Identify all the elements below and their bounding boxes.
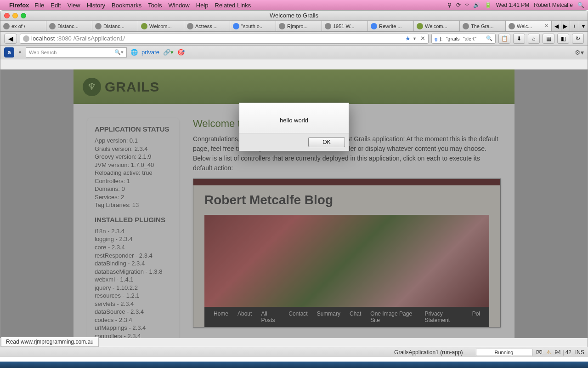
tab-label: Welc...: [517, 23, 532, 29]
url-port: :8080: [57, 35, 72, 42]
tab-label: "south o...: [241, 23, 264, 29]
tab-label: Rewrite ...: [379, 23, 402, 29]
search-bar[interactable]: g }:" "grails" "alert" 🔍: [431, 34, 496, 44]
menu-view[interactable]: View: [68, 2, 80, 9]
tab-scroll-right[interactable]: ▶: [561, 21, 570, 31]
menu-bookmarks[interactable]: Bookmarks: [112, 2, 141, 9]
ide-state: Running: [476, 349, 532, 356]
web-search-input[interactable]: Web Search 🔍▾: [26, 47, 127, 58]
menu-window[interactable]: Window: [169, 2, 190, 9]
link-hover-status: Read www.rjmprogramming.com.au: [1, 337, 99, 347]
wifi-icon[interactable]: ⌔: [465, 2, 469, 8]
cursor-position: 94 | 42: [555, 349, 571, 356]
tab-label: Distanc...: [103, 23, 124, 29]
spotlight-icon[interactable]: 🔍: [577, 2, 584, 8]
link-icon[interactable]: 🔗▾: [163, 49, 174, 56]
browser-tab[interactable]: Welcom...: [138, 21, 184, 31]
alert-message: hello world: [239, 103, 349, 133]
browser-tab[interactable]: Rewrite ...: [368, 21, 414, 31]
alert-ok-button[interactable]: OK: [308, 137, 345, 147]
minimize-icon[interactable]: [12, 13, 18, 18]
favicon-icon: [141, 23, 147, 29]
browser-tab[interactable]: ex of /: [0, 21, 46, 31]
menu-help[interactable]: Help: [196, 2, 209, 9]
home-button[interactable]: ⌂: [528, 34, 540, 44]
traffic-lights: [4, 13, 26, 18]
bookmark-button[interactable]: 📋: [498, 34, 510, 44]
url-toolbar: ◀ localhost:8080/GrailsApplication1/ ★ ▼…: [0, 32, 588, 46]
globe-icon[interactable]: 🌐: [130, 49, 138, 56]
search-icon[interactable]: 🔍▾: [114, 49, 124, 55]
refresh-button[interactable]: ↻: [572, 34, 584, 44]
favicon-icon: [187, 23, 193, 29]
window-titlebar: Welcome to Grails: [0, 11, 588, 21]
zoom-icon[interactable]: [21, 13, 26, 18]
gear-icon[interactable]: ⚙▾: [575, 49, 584, 56]
tab-label: Rjmpro...: [287, 23, 308, 29]
favicon-icon: [3, 23, 10, 29]
back-button[interactable]: ◀: [4, 34, 17, 44]
warning-icon[interactable]: ⚠: [546, 349, 551, 356]
ask-toolbar-icon[interactable]: a: [4, 47, 14, 58]
browser-tab[interactable]: Distanc...: [92, 21, 138, 31]
tab-label: Actress ...: [195, 23, 218, 29]
secondary-toolbar: a ▼ Web Search 🔍▾ 🌐 private 🔗▾ 🎯 ⚙▾: [0, 46, 588, 59]
browser-tab[interactable]: 1951 W...: [322, 21, 368, 31]
favicon-icon: [371, 23, 377, 29]
favicon-icon: [325, 23, 331, 29]
battery-icon[interactable]: 🔋: [485, 2, 492, 8]
dock[interactable]: [0, 362, 588, 368]
reader-button[interactable]: ▦: [543, 34, 554, 44]
url-host: localhost: [31, 35, 55, 42]
browser-tab[interactable]: Rjmpro...: [276, 21, 322, 31]
bookmark-star-icon[interactable]: ★: [405, 35, 411, 42]
browser-tab[interactable]: "south o...: [230, 21, 276, 31]
sync-icon[interactable]: ⟳: [456, 2, 461, 8]
target-icon[interactable]: 🎯: [177, 49, 185, 56]
window-title: Welcome to Grails: [270, 12, 318, 19]
tab-strip: ex of /Distanc...Distanc...Welcom...Actr…: [0, 21, 588, 32]
google-icon: g: [435, 36, 438, 41]
favicon-icon: [463, 23, 469, 29]
stop-icon[interactable]: ✕: [420, 35, 425, 42]
dropdown-icon[interactable]: ▼: [18, 50, 22, 55]
javascript-alert: hello world OK: [239, 103, 349, 151]
menu-file[interactable]: File: [34, 2, 44, 9]
favicon-icon: [509, 23, 515, 29]
browser-tab[interactable]: Distanc...: [46, 21, 92, 31]
close-icon[interactable]: [4, 13, 10, 18]
menu-history[interactable]: History: [87, 2, 105, 9]
search-query: }:" "grails" "alert": [440, 36, 476, 41]
edit-mode: INS: [575, 349, 584, 356]
private-browsing-link[interactable]: private: [141, 49, 159, 56]
tab-label: Welcom...: [149, 23, 172, 29]
browser-tab[interactable]: Welcom...: [414, 21, 460, 31]
browser-tab[interactable]: Actress ...: [184, 21, 230, 31]
browser-tab[interactable]: The Gra...: [460, 21, 506, 31]
download-button[interactable]: ⬇: [513, 34, 525, 44]
tab-label: 1951 W...: [333, 23, 354, 29]
search-icon[interactable]: 🔍: [486, 35, 492, 41]
address-bar[interactable]: localhost:8080/GrailsApplication1/ ★ ▼ ✕: [20, 34, 429, 44]
history-button[interactable]: ◧: [557, 34, 569, 44]
tab-scroll-left[interactable]: ◀: [552, 21, 561, 31]
menu-related-links[interactable]: Related Links: [215, 2, 251, 9]
menu-tools[interactable]: Tools: [148, 2, 162, 9]
tab-close-icon[interactable]: ✕: [544, 23, 548, 29]
tab-list-button[interactable]: ▾: [579, 21, 588, 31]
new-tab-button[interactable]: +: [570, 21, 579, 31]
clock[interactable]: Wed 1:41 PM: [496, 2, 529, 8]
volume-icon[interactable]: 🔊: [473, 2, 480, 8]
ide-status-bar: GrailsApplication1 (run-app) Running ⌧ ⚠…: [0, 347, 588, 357]
bluetooth-icon[interactable]: ⚲: [447, 2, 452, 8]
ide-command: GrailsApplication1 (run-app): [394, 349, 463, 356]
browser-tab[interactable]: Welc...✕: [506, 21, 552, 31]
menu-edit[interactable]: Edit: [51, 2, 61, 9]
app-name[interactable]: Firefox: [9, 2, 29, 9]
site-identity-icon[interactable]: [23, 35, 29, 42]
user-name[interactable]: Robert Metcalfe: [534, 2, 573, 8]
tab-label: The Gra...: [471, 23, 494, 29]
search-placeholder: Web Search: [29, 50, 57, 55]
dropdown-icon[interactable]: ▼: [413, 36, 417, 41]
close-panel-icon[interactable]: ⌧: [536, 349, 543, 356]
